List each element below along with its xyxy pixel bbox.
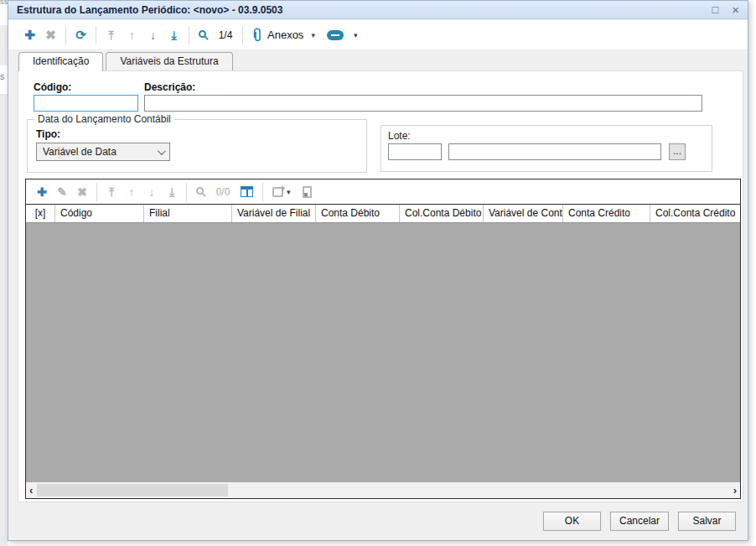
scroll-left-icon[interactable]: ‹	[29, 485, 33, 497]
previous-record-icon: ↑	[122, 27, 142, 44]
scrollbar-thumb[interactable]	[37, 484, 228, 497]
tipo-selected-value: Variável de Data	[43, 146, 117, 158]
export-icon	[272, 187, 283, 197]
data-lancamento-group-title: Data do Lançamento Contábil	[34, 113, 174, 125]
columns-config-icon[interactable]	[241, 186, 253, 197]
background-text-fragment: ss	[0, 0, 8, 6]
toolbar-separator	[186, 183, 187, 201]
lancamentos-grid-panel: ✚ ✎ ✖ ⤒ ↑ ↓ ⤓ 0/0 ▾ [x] Código Fil	[25, 179, 741, 499]
chevron-down-icon[interactable]: ▾	[354, 31, 358, 39]
background-window-sliver: ss s	[0, 0, 8, 546]
search-icon[interactable]	[199, 30, 206, 38]
column-header-selecao[interactable]: [x]	[26, 205, 55, 222]
lote-browse-button[interactable]: ...	[669, 143, 686, 160]
toolbar-separator	[65, 26, 66, 44]
close-icon[interactable]: ×	[732, 4, 739, 15]
grid-move-top-icon: ⤒	[101, 184, 122, 200]
grid-delete-icon: ✖	[72, 184, 92, 200]
codigo-input[interactable]	[34, 95, 138, 112]
titlebar[interactable]: Estrutura do Lançamento Periódico: <novo…	[8, 1, 748, 19]
record-counter: 1/4	[213, 29, 238, 41]
delete-record-icon: ✖	[40, 27, 61, 44]
document-report-icon	[303, 186, 312, 198]
column-header-variavel-de-filial[interactable]: Variável de Filial	[232, 205, 316, 222]
tipo-select[interactable]: Variável de Data	[36, 143, 170, 161]
chevron-down-icon	[158, 147, 166, 155]
add-record-icon[interactable]: ✚	[19, 27, 40, 44]
grid-search-icon	[196, 187, 204, 195]
anexos-button[interactable]: Anexos ▾	[252, 28, 318, 43]
column-header-col-conta-credito[interactable]: Col.Conta Crédito	[650, 205, 740, 222]
cancel-button[interactable]: Cancelar	[610, 512, 669, 531]
grid-move-down-icon: ↓	[142, 184, 162, 200]
chevron-down-icon: ▾	[311, 31, 315, 39]
tab-page-identificacao: Código: Descrição: Data do Lançamento Co…	[18, 70, 743, 502]
column-header-conta-credito[interactable]: Conta Crédito	[563, 205, 650, 222]
column-header-conta-debito[interactable]: Conta Débito	[316, 205, 400, 222]
background-text-fragment: s	[0, 72, 4, 81]
dialog-title: Estrutura do Lançamento Periódico: <novo…	[17, 4, 282, 16]
column-header-codigo[interactable]: Código	[55, 205, 144, 222]
background-panel	[0, 94, 8, 546]
horizontal-scrollbar[interactable]: ‹ ›	[26, 482, 740, 498]
toolbar-separator	[242, 26, 243, 44]
toolbar-separator	[189, 26, 189, 44]
column-header-variavel-de-conta[interactable]: Variável de Conta	[484, 205, 563, 222]
anexos-label: Anexos	[267, 29, 303, 41]
save-button[interactable]: Salvar	[678, 512, 736, 531]
tab-strip: Identificação Variáveis da Estrutura	[18, 52, 233, 71]
lote-groupbox: Lote: ...	[381, 125, 712, 172]
print-icon[interactable]	[327, 30, 344, 40]
paperclip-icon	[252, 28, 263, 43]
data-lancamento-groupbox: Data do Lançamento Contábil Tipo: Variáv…	[27, 119, 367, 173]
descricao-label: Descrição:	[144, 81, 195, 93]
tipo-label: Tipo:	[36, 128, 60, 140]
ok-button[interactable]: OK	[543, 512, 601, 531]
refresh-icon[interactable]: ⟳	[70, 27, 91, 44]
grid-move-up-icon: ↑	[122, 184, 142, 200]
lote-code-input[interactable]	[388, 143, 442, 160]
descricao-input[interactable]	[144, 95, 702, 112]
column-header-col-conta-debito[interactable]: Col.Conta Débito	[400, 205, 484, 222]
last-record-icon[interactable]: ⤓	[163, 27, 184, 44]
column-header-filial[interactable]: Filial	[144, 205, 232, 222]
tab-variaveis-da-estrutura[interactable]: Variáveis da Estrutura	[106, 52, 232, 70]
codigo-label: Código:	[34, 81, 71, 93]
maximize-icon[interactable]: □	[712, 4, 718, 15]
scroll-right-icon[interactable]: ›	[733, 485, 737, 497]
grid-header-row: [x] Código Filial Variável de Filial Con…	[26, 205, 740, 223]
grid-record-counter: 0/0	[210, 186, 236, 198]
main-toolbar: ✚ ✖ ⟳ ⤒ ↑ ↓ ⤓ 1/4 Anexos ▾ ▾	[8, 20, 748, 50]
lote-label: Lote:	[388, 130, 411, 142]
dialog-window: Estrutura do Lançamento Periódico: <novo…	[8, 0, 748, 541]
chevron-down-icon[interactable]: ▾	[287, 188, 291, 196]
toolbar-separator	[96, 26, 96, 44]
grid-add-icon[interactable]: ✚	[32, 184, 52, 200]
tab-identificacao[interactable]: Identificação	[18, 52, 103, 71]
grid-edit-icon: ✎	[52, 184, 72, 200]
next-record-icon[interactable]: ↓	[142, 27, 163, 44]
lote-description-input[interactable]	[448, 143, 661, 160]
toolbar-separator	[96, 183, 97, 201]
grid-empty-body	[26, 223, 740, 482]
first-record-icon: ⤒	[101, 27, 122, 44]
toolbar-separator	[262, 183, 263, 201]
grid-move-bottom-icon: ⤓	[162, 184, 182, 200]
background-panel	[0, 25, 8, 65]
grid-toolbar: ✚ ✎ ✖ ⤒ ↑ ↓ ⤓ 0/0 ▾	[26, 179, 740, 205]
